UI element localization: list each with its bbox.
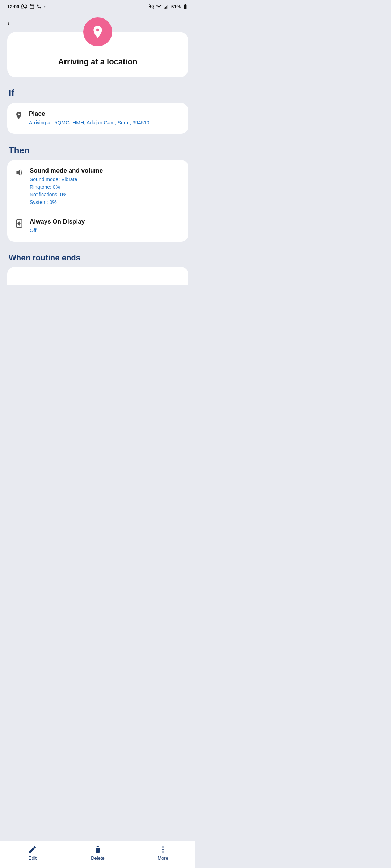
status-bar: 12:00 ● 51% <box>0 0 196 12</box>
sound-mode-row[interactable]: Sound mode and volume Sound mode: Vibrat… <box>14 167 181 206</box>
sound-mode-line1: Sound mode: Vibrate <box>30 176 103 183</box>
location-pin-icon <box>91 25 105 39</box>
when-routine-card <box>7 267 188 285</box>
sound-mode-line4: System: 0% <box>30 199 103 206</box>
then-section-header: Then <box>0 142 196 160</box>
place-card[interactable]: Place Arriving at: 5QMG+HMH, Adajan Gam,… <box>7 103 188 134</box>
hero-title: Arriving at a location <box>58 57 138 67</box>
card-divider <box>14 212 181 212</box>
hero-icon-circle <box>83 17 112 46</box>
mute-icon <box>148 4 154 9</box>
place-location-icon <box>14 111 23 120</box>
svg-rect-2 <box>166 6 167 9</box>
svg-point-5 <box>18 222 21 225</box>
aod-subtitle: Off <box>30 227 85 234</box>
phone-icon <box>37 4 42 9</box>
sound-mode-line2: Ringtone: 0% <box>30 183 103 191</box>
status-time: 12:00 ● <box>7 4 46 9</box>
when-routine-section: When routine ends <box>0 250 196 267</box>
aod-icon <box>14 219 24 228</box>
svg-rect-0 <box>164 8 165 9</box>
battery-icon <box>182 4 188 9</box>
whatsapp-icon <box>21 4 27 9</box>
wifi-icon <box>156 4 162 9</box>
aod-title: Always On Display <box>30 218 85 225</box>
hero-card: Arriving at a location <box>7 32 188 77</box>
place-title: Place <box>29 110 150 118</box>
svg-rect-3 <box>168 5 168 9</box>
if-section-header: If <box>0 86 196 103</box>
when-routine-title: When routine ends <box>9 253 187 263</box>
sound-icon <box>14 168 24 177</box>
sound-mode-title: Sound mode and volume <box>30 167 103 174</box>
aod-row[interactable]: Always On Display Off <box>14 218 181 234</box>
signal-icon <box>164 4 169 9</box>
then-card: Sound mode and volume Sound mode: Vibrat… <box>7 160 188 242</box>
calendar-icon <box>29 4 34 9</box>
status-icons: 51% <box>148 4 188 9</box>
sound-mode-line3: Notifications: 0% <box>30 191 103 199</box>
svg-rect-1 <box>165 7 166 9</box>
back-chevron-icon: ‹ <box>7 19 10 28</box>
place-subtitle: Arriving at: 5QMG+HMH, Adajan Gam, Surat… <box>29 119 150 127</box>
